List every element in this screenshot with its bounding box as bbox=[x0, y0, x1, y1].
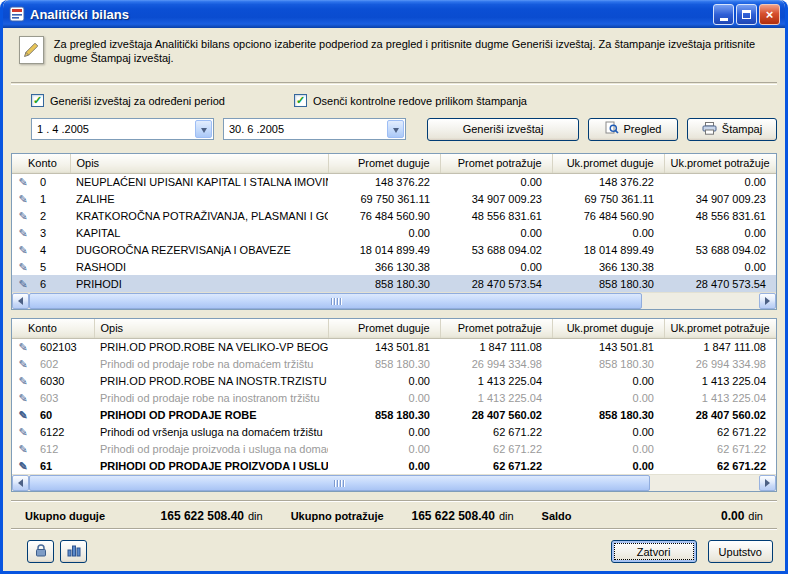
total-debit-value: 165 622 508.40 bbox=[161, 509, 244, 523]
horizontal-scrollbar[interactable] bbox=[12, 474, 776, 491]
row-edit-button[interactable]: ✎ bbox=[12, 423, 34, 440]
detail-accounts-table: Konto Opis Promet duguje Promet potražuj… bbox=[11, 318, 777, 492]
konto-cell: 0 bbox=[34, 173, 70, 190]
pencil-icon: ✎ bbox=[18, 392, 27, 404]
lock-button[interactable] bbox=[27, 540, 54, 563]
up-cell: 28 470 573.54 bbox=[664, 275, 776, 292]
info-panel: Za pregled izveštaja Analitički bilans o… bbox=[13, 36, 775, 76]
titlebar[interactable]: Analitički bilans × bbox=[3, 0, 785, 28]
scroll-right-button[interactable] bbox=[759, 475, 776, 491]
horizontal-scrollbar[interactable] bbox=[12, 292, 776, 309]
table-row[interactable]: ✎1ZALIHE69 750 361.1134 907 009.2369 750… bbox=[12, 190, 776, 207]
table-row[interactable]: ✎6PRIHODI858 180.3028 470 573.54858 180.… bbox=[12, 275, 776, 292]
print-button[interactable]: Štampaj bbox=[687, 118, 777, 141]
opis-cell: PRIHODI bbox=[70, 275, 328, 292]
row-edit-button[interactable]: ✎ bbox=[12, 406, 34, 423]
pd-cell: 858 180.30 bbox=[328, 275, 440, 292]
header-opis[interactable]: Opis bbox=[70, 154, 328, 173]
scroll-left-button[interactable] bbox=[12, 475, 29, 491]
table-row[interactable]: ✎60PRIHODI OD PRODAJE ROBE858 180.3028 4… bbox=[12, 406, 776, 423]
period-checkbox-box[interactable]: ✓ bbox=[31, 94, 44, 107]
header-promet-potrazuje[interactable]: Promet potražuje bbox=[440, 319, 552, 338]
table-row[interactable]: ✎2KRATKOROČNA POTRAŽIVANJA, PLASMANI I G… bbox=[12, 207, 776, 224]
table-row[interactable]: ✎5RASHODI366 130.380.00366 130.380.00 bbox=[12, 258, 776, 275]
row-edit-button[interactable]: ✎ bbox=[12, 241, 34, 258]
footer-bar: Zatvori Uputstvo bbox=[11, 536, 777, 563]
minimize-button[interactable] bbox=[713, 4, 734, 25]
pencil-icon: ✎ bbox=[18, 460, 27, 472]
row-edit-button[interactable]: ✎ bbox=[12, 224, 34, 241]
period-checkbox[interactable]: ✓ Generiši izveštaj za određeni period bbox=[31, 94, 294, 107]
maximize-icon bbox=[742, 10, 751, 19]
arrow-right-icon bbox=[765, 297, 774, 305]
row-edit-button[interactable]: ✎ bbox=[12, 457, 34, 474]
header-uk-promet-potrazuje[interactable]: Uk.promet potražuje bbox=[664, 154, 776, 173]
row-edit-button[interactable]: ✎ bbox=[12, 190, 34, 207]
row-edit-button[interactable]: ✎ bbox=[12, 355, 34, 372]
maximize-button[interactable] bbox=[736, 4, 757, 25]
arrow-left-icon bbox=[14, 297, 23, 305]
table-row[interactable]: ✎4DUGOROČNA REZERVISANjA I OBAVEZE18 014… bbox=[12, 241, 776, 258]
saldo-group: Saldo 0.00din bbox=[542, 506, 763, 524]
preview-button[interactable]: Pregled bbox=[588, 118, 678, 141]
up-cell: 53 688 094.02 bbox=[664, 241, 776, 258]
header-promet-potrazuje[interactable]: Promet potražuje bbox=[440, 154, 552, 173]
shade-checkbox-box[interactable]: ✓ bbox=[294, 94, 307, 107]
header-uk-promet-duguje[interactable]: Uk.promet duguje bbox=[552, 154, 664, 173]
konto-cell: 4 bbox=[34, 241, 70, 258]
pd-cell: 0.00 bbox=[328, 224, 440, 241]
header-promet-duguje[interactable]: Promet duguje bbox=[328, 154, 440, 173]
row-edit-button[interactable]: ✎ bbox=[12, 275, 34, 292]
ud-cell: 858 180.30 bbox=[552, 275, 664, 292]
table-row[interactable]: ✎0NEUPLAĆENI UPISANI KAPITAL I STALNA IM… bbox=[12, 173, 776, 190]
header-uk-promet-duguje[interactable]: Uk.promet duguje bbox=[552, 319, 664, 338]
opis-cell: Prihodi od prodaje robe na domaćem tržiš… bbox=[94, 355, 328, 372]
scrollbar-thumb[interactable] bbox=[29, 293, 642, 309]
chart-button[interactable] bbox=[60, 540, 87, 563]
row-edit-button[interactable]: ✎ bbox=[12, 338, 34, 355]
header-uk-promet-potrazuje[interactable]: Uk.promet potražuje bbox=[664, 319, 776, 338]
generate-report-button[interactable]: Generiši izveštaj bbox=[427, 118, 579, 141]
scrollbar-track[interactable] bbox=[29, 475, 759, 491]
scroll-left-button[interactable] bbox=[12, 293, 29, 309]
close-window-button[interactable]: Zatvori bbox=[611, 540, 697, 563]
header-konto[interactable]: Konto bbox=[12, 154, 70, 173]
close-button[interactable]: × bbox=[759, 4, 780, 25]
table-row[interactable]: ✎6122Prihodi od vršenja usluga na domaće… bbox=[12, 423, 776, 440]
header-opis[interactable]: Opis bbox=[94, 319, 328, 338]
opis-cell: Prihodi od prodaje robe na inostranom tr… bbox=[94, 389, 328, 406]
table-row[interactable]: ✎3KAPITAL0.000.000.000.00 bbox=[12, 224, 776, 241]
header-promet-duguje[interactable]: Promet duguje bbox=[328, 319, 440, 338]
konto-cell: 6 bbox=[34, 275, 70, 292]
check-icon: ✓ bbox=[33, 95, 42, 106]
date-from-dropdown-button[interactable] bbox=[195, 120, 212, 138]
row-edit-button[interactable]: ✎ bbox=[12, 258, 34, 275]
date-to-picker[interactable]: 30. 6 .2005 bbox=[223, 118, 406, 140]
table-row[interactable]: ✎61PRIHODI OD PRODAJE PROIZVODA I USLUGA… bbox=[12, 457, 776, 474]
help-button[interactable]: Uputstvo bbox=[708, 540, 773, 563]
up-cell: 1 847 111.08 bbox=[664, 338, 776, 355]
pencil-icon: ✎ bbox=[18, 210, 27, 222]
date-to-dropdown-button[interactable] bbox=[387, 120, 404, 138]
table-row[interactable]: ✎6030PRIH.OD PROD.ROBE NA INOSTR.TRZISTU… bbox=[12, 372, 776, 389]
table-row[interactable]: ✎612Prihodi od prodaje proizvoda i uslug… bbox=[12, 440, 776, 457]
up-cell: 28 407 560.02 bbox=[664, 406, 776, 423]
table-row[interactable]: ✎602103PRIH.OD PROD.ROBE NA VELIKO-VP BE… bbox=[12, 338, 776, 355]
pd-cell: 148 376.22 bbox=[328, 173, 440, 190]
scrollbar-thumb[interactable] bbox=[29, 475, 650, 491]
pencil-icon: ✎ bbox=[18, 176, 27, 188]
options-row: ✓ Generiši izveštaj za određeni period ✓… bbox=[11, 93, 777, 108]
table-row[interactable]: ✎602Prihodi od prodaje robe na domaćem t… bbox=[12, 355, 776, 372]
shade-checkbox[interactable]: ✓ Osenči kontrolne redove prilikom štamp… bbox=[294, 94, 527, 107]
table-row[interactable]: ✎603Prihodi od prodaje robe na inostrano… bbox=[12, 389, 776, 406]
scroll-right-button[interactable] bbox=[759, 293, 776, 309]
scrollbar-track[interactable] bbox=[29, 293, 759, 309]
row-edit-button[interactable]: ✎ bbox=[12, 173, 34, 190]
row-edit-button[interactable]: ✎ bbox=[12, 389, 34, 406]
date-from-picker[interactable]: 1 . 4 .2005 bbox=[31, 118, 214, 140]
generate-report-label: Generiši izveštaj bbox=[463, 123, 544, 135]
header-konto[interactable]: Konto bbox=[12, 319, 94, 338]
row-edit-button[interactable]: ✎ bbox=[12, 440, 34, 457]
row-edit-button[interactable]: ✎ bbox=[12, 372, 34, 389]
row-edit-button[interactable]: ✎ bbox=[12, 207, 34, 224]
